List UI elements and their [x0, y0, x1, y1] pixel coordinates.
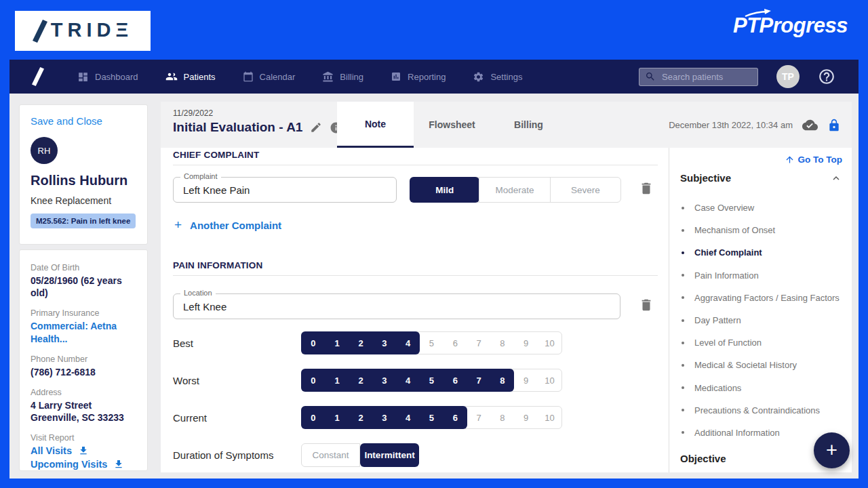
- lock-note-button[interactable]: [827, 119, 841, 132]
- tab-billing[interactable]: Billing: [490, 102, 567, 148]
- location-input[interactable]: [183, 294, 610, 319]
- pain-scale-best-7[interactable]: 7: [467, 332, 491, 354]
- edit-title-button[interactable]: [310, 121, 322, 134]
- delete-complaint-button[interactable]: [639, 181, 654, 196]
- delete-location-button[interactable]: [639, 298, 654, 312]
- objective-heading[interactable]: Objective: [680, 453, 726, 464]
- nav-item-patients[interactable]: Patients: [165, 70, 216, 83]
- arrow-up-icon: [785, 155, 795, 165]
- pain-scale-best-3[interactable]: 3: [372, 331, 396, 354]
- subjective-heading[interactable]: Subjective: [680, 172, 731, 184]
- tab-flowsheet[interactable]: Flowsheet: [414, 102, 490, 148]
- patient-details-card: Date Of Birth 05/28/1960 (62 years old) …: [19, 249, 148, 471]
- toc-item[interactable]: Pain Information: [680, 264, 840, 287]
- nav-item-dashboard[interactable]: Dashboard: [77, 70, 138, 83]
- pain-scale-best-6[interactable]: 6: [443, 332, 467, 354]
- pain-scale-worst-2[interactable]: 2: [349, 369, 373, 392]
- toc-item[interactable]: Case Overview: [680, 197, 840, 219]
- go-to-top-button[interactable]: Go To Top: [785, 155, 842, 165]
- upcoming-visits-link[interactable]: Upcoming Visits: [31, 459, 136, 470]
- toc-item[interactable]: Level of Function: [680, 331, 840, 354]
- pain-scale-current-8[interactable]: 8: [491, 407, 515, 428]
- bullet-icon: [682, 409, 684, 411]
- pain-scale-worst-3[interactable]: 3: [372, 369, 396, 392]
- pain-scale-current-0[interactable]: 0: [301, 406, 326, 429]
- nav-item-settings[interactable]: Settings: [473, 70, 522, 83]
- add-fab-button[interactable]: +: [814, 432, 850, 468]
- complaint-input[interactable]: [183, 178, 387, 202]
- nav-item-reporting[interactable]: Reporting: [391, 70, 446, 83]
- pain-scale-current-1[interactable]: 1: [326, 406, 349, 429]
- help-button[interactable]: [818, 68, 835, 85]
- toc-item[interactable]: Mechanism of Onset: [680, 219, 840, 241]
- collapse-subjective-button[interactable]: [830, 172, 842, 184]
- ptprogress-logo: PTProgress: [733, 14, 848, 38]
- pain-scale-best-1[interactable]: 1: [326, 331, 349, 354]
- pain-scale-best-8[interactable]: 8: [491, 332, 515, 354]
- pain-scale-best-4[interactable]: 4: [396, 331, 420, 354]
- severity-severe-button[interactable]: Severe: [550, 178, 620, 202]
- duration-constant-button[interactable]: Constant: [301, 443, 360, 467]
- pain-scale-best-10[interactable]: 10: [538, 332, 561, 354]
- pain-scale-current-3[interactable]: 3: [372, 406, 396, 429]
- severity-mild-button[interactable]: Mild: [410, 177, 479, 203]
- note-header: 11/29/2022 Initial Evaluation - A1 Note …: [161, 102, 852, 148]
- toc-item[interactable]: Medications: [680, 377, 840, 399]
- cloud-saved-icon: [802, 117, 818, 133]
- insurance-link[interactable]: Commercial: Aetna Health...: [31, 320, 136, 344]
- toc-item-label: Mechanism of Onset: [694, 225, 775, 235]
- search-icon: [645, 71, 656, 82]
- plus-icon: +: [174, 218, 182, 232]
- pain-scale-worst-7[interactable]: 7: [467, 369, 491, 392]
- patients-icon: [165, 70, 178, 83]
- toc-item-label: Precautions & Contraindications: [694, 405, 820, 415]
- address-line1: 4 Larry Street: [31, 399, 136, 411]
- search-input[interactable]: [660, 71, 752, 83]
- pain-scale-worst-1[interactable]: 1: [326, 369, 349, 392]
- nav-item-billing[interactable]: Billing: [322, 70, 363, 83]
- pain-scale-best-0[interactable]: 0: [301, 331, 326, 354]
- duration-intermittent-button[interactable]: Intermittent: [360, 443, 419, 467]
- toc-item[interactable]: Additional Information: [680, 422, 840, 444]
- patient-search-box[interactable]: [639, 68, 758, 86]
- pain-scale-current-9[interactable]: 9: [514, 407, 538, 428]
- pain-scale-current-10[interactable]: 10: [538, 407, 561, 428]
- pain-scale-worst-5[interactable]: 5: [420, 369, 443, 392]
- bullet-icon: [682, 296, 684, 299]
- toc-item-label: Aggravating Factors / Easing Factors: [694, 293, 840, 303]
- all-visits-link[interactable]: All Visits: [31, 445, 136, 456]
- toc-item[interactable]: Day Pattern: [680, 309, 840, 331]
- pain-scale-current-5[interactable]: 5: [420, 406, 443, 429]
- toc-item[interactable]: Medical & Societal History: [680, 354, 840, 376]
- toc-item[interactable]: Precautions & Contraindications: [680, 399, 840, 422]
- user-avatar[interactable]: TP: [776, 65, 800, 88]
- pain-scale-worst-10[interactable]: 10: [538, 369, 561, 391]
- pain-scale-best-9[interactable]: 9: [514, 332, 538, 354]
- toc-item[interactable]: Chief Complaint: [680, 241, 840, 264]
- pain-scale-current-2[interactable]: 2: [349, 406, 373, 429]
- pain-scale-worst-8[interactable]: 8: [491, 369, 515, 392]
- dashboard-icon: [77, 71, 89, 83]
- pain-scale-current-4[interactable]: 4: [396, 406, 420, 429]
- pain-scale-worst-4[interactable]: 4: [396, 369, 420, 392]
- pain-scale-current-7[interactable]: 7: [467, 407, 491, 428]
- pain-scale-best-5[interactable]: 5: [420, 332, 443, 354]
- pain-scale-current-6[interactable]: 6: [443, 406, 467, 429]
- save-and-close-link[interactable]: Save and Close: [31, 115, 136, 127]
- toc-item[interactable]: Aggravating Factors / Easing Factors: [680, 287, 840, 309]
- tab-note[interactable]: Note: [337, 102, 414, 148]
- pain-scale-worst-9[interactable]: 9: [514, 369, 538, 391]
- nav-item-calendar[interactable]: Calendar: [243, 70, 296, 83]
- severity-toggle-group: Mild Moderate Severe: [410, 177, 621, 203]
- add-complaint-button[interactable]: + Another Complaint: [174, 218, 281, 232]
- diagnosis-badge[interactable]: M25.562: Pain in left knee: [31, 214, 136, 228]
- trash-icon: [639, 181, 654, 196]
- pain-scale-best-2[interactable]: 2: [349, 331, 373, 354]
- plus-icon: +: [826, 439, 837, 462]
- chief-complaint-title: CHIEF COMPLAINT: [173, 150, 260, 160]
- severity-moderate-button[interactable]: Moderate: [479, 178, 549, 202]
- pain-scale-worst-6[interactable]: 6: [443, 369, 467, 392]
- pain-scale-worst-0[interactable]: 0: [301, 369, 326, 392]
- nav-item-label: Reporting: [408, 72, 446, 82]
- bullet-icon: [682, 342, 684, 344]
